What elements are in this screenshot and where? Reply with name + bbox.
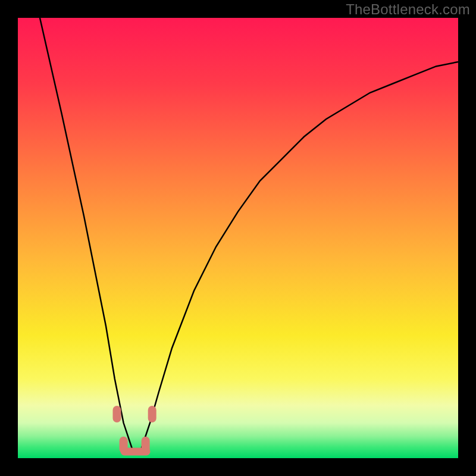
chart-container: TheBottleneck.com	[0, 0, 476, 476]
watermark-text: TheBottleneck.com	[346, 1, 470, 18]
curve-marker	[113, 406, 121, 422]
curve-marker	[120, 437, 128, 453]
bottleneck-chart	[0, 0, 476, 476]
curve-marker	[148, 406, 156, 422]
curve-marker	[142, 437, 150, 453]
